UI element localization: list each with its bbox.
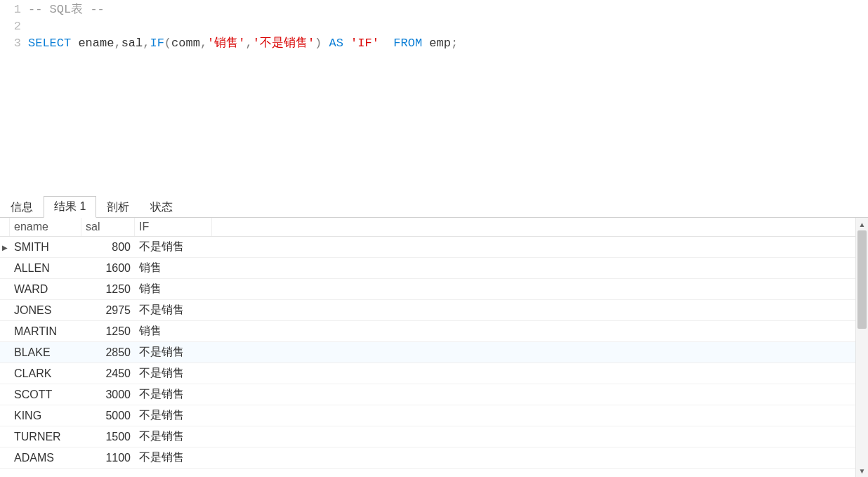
tab-0[interactable]: 信息	[0, 197, 44, 218]
scroll-thumb[interactable]	[857, 230, 867, 329]
vertical-scrollbar[interactable]: ▲ ▼	[855, 218, 868, 477]
cell-sal[interactable]: 1600	[81, 260, 135, 277]
code-line[interactable]	[28, 18, 868, 35]
code-line[interactable]: -- SQL表 --	[28, 1, 868, 18]
editor-gutter: 123	[0, 1, 28, 197]
cell-ename[interactable]: WARD	[10, 281, 81, 298]
table-row[interactable]: TURNER1500不是销售	[0, 426, 868, 447]
table-row[interactable]: CLARK2450不是销售	[0, 363, 868, 384]
sql-editor[interactable]: 123 -- SQL表 --SELECT ename,sal,IF(comm,'…	[0, 0, 868, 197]
grid-header: ename sal IF	[0, 218, 868, 237]
cell-ename[interactable]: KING	[10, 407, 81, 424]
cell-if[interactable]: 不是销售	[135, 406, 212, 425]
cell-if[interactable]: 销售	[135, 322, 212, 341]
line-number: 2	[0, 18, 21, 35]
table-row[interactable]: BLAKE2850不是销售	[0, 342, 868, 363]
cell-sal[interactable]: 800	[81, 239, 135, 256]
cell-ename[interactable]: MARTIN	[10, 323, 81, 340]
tab-3[interactable]: 状态	[140, 197, 183, 218]
table-row[interactable]: KING5000不是销售	[0, 405, 868, 426]
cell-if[interactable]: 不是销售	[135, 448, 212, 467]
results-grid[interactable]: ename sal IF SMITH800不是销售ALLEN1600销售WARD…	[0, 218, 868, 469]
cell-ename[interactable]: ALLEN	[10, 260, 81, 277]
cell-sal[interactable]: 3000	[81, 386, 135, 403]
cell-if[interactable]: 不是销售	[135, 364, 212, 383]
scroll-down-icon[interactable]: ▼	[856, 464, 869, 477]
editor-code[interactable]: -- SQL表 --SELECT ename,sal,IF(comm,'销售',…	[28, 1, 868, 197]
scroll-track[interactable]	[856, 230, 868, 464]
cell-if[interactable]: 不是销售	[135, 343, 212, 362]
col-header-sal[interactable]: sal	[81, 218, 135, 236]
table-row[interactable]: SMITH800不是销售	[0, 237, 868, 258]
cell-sal[interactable]: 1100	[81, 450, 135, 466]
cell-sal[interactable]: 2850	[81, 344, 135, 361]
cell-ename[interactable]: JONES	[10, 302, 81, 319]
cell-if[interactable]: 不是销售	[135, 385, 212, 404]
cell-ename[interactable]: SCOTT	[10, 386, 81, 403]
col-header-if[interactable]: IF	[135, 218, 212, 236]
cell-if[interactable]: 不是销售	[135, 237, 212, 256]
table-row[interactable]: JONES2975不是销售	[0, 300, 868, 321]
cell-if[interactable]: 销售	[135, 259, 212, 277]
table-row[interactable]: ADAMS1100不是销售	[0, 447, 868, 469]
result-tabs: 信息结果 1剖析状态	[0, 197, 868, 218]
table-row[interactable]: WARD1250销售	[0, 279, 868, 300]
row-marker-header	[0, 218, 10, 236]
cell-ename[interactable]: CLARK	[10, 365, 81, 382]
cell-ename[interactable]: SMITH	[10, 239, 81, 256]
grid-body[interactable]: SMITH800不是销售ALLEN1600销售WARD1250销售JONES29…	[0, 237, 868, 469]
cell-sal[interactable]: 1500	[81, 429, 135, 445]
table-row[interactable]: ALLEN1600销售	[0, 258, 868, 279]
cell-if[interactable]: 不是销售	[135, 427, 212, 446]
cell-ename[interactable]: ADAMS	[10, 450, 81, 466]
cell-sal[interactable]: 1250	[81, 281, 135, 298]
cell-sal[interactable]: 2450	[81, 365, 135, 382]
line-number: 1	[0, 1, 21, 18]
cell-if[interactable]: 不是销售	[135, 301, 212, 320]
results-panel: ename sal IF SMITH800不是销售ALLEN1600销售WARD…	[0, 218, 868, 477]
col-header-ename[interactable]: ename	[10, 218, 81, 236]
table-row[interactable]: SCOTT3000不是销售	[0, 384, 868, 405]
code-line[interactable]: SELECT ename,sal,IF(comm,'销售','不是销售') AS…	[28, 35, 868, 52]
cell-ename[interactable]: TURNER	[10, 429, 81, 445]
cell-if[interactable]: 销售	[135, 280, 212, 299]
cell-sal[interactable]: 2975	[81, 302, 135, 319]
table-row[interactable]: MARTIN1250销售	[0, 321, 868, 342]
tab-2[interactable]: 剖析	[96, 197, 140, 218]
cell-ename[interactable]: BLAKE	[10, 344, 81, 361]
cell-sal[interactable]: 5000	[81, 407, 135, 424]
row-marker	[0, 242, 10, 252]
tab-1[interactable]: 结果 1	[44, 196, 96, 218]
line-number: 3	[0, 35, 21, 52]
cell-sal[interactable]: 1250	[81, 323, 135, 340]
scroll-up-icon[interactable]: ▲	[856, 218, 869, 230]
